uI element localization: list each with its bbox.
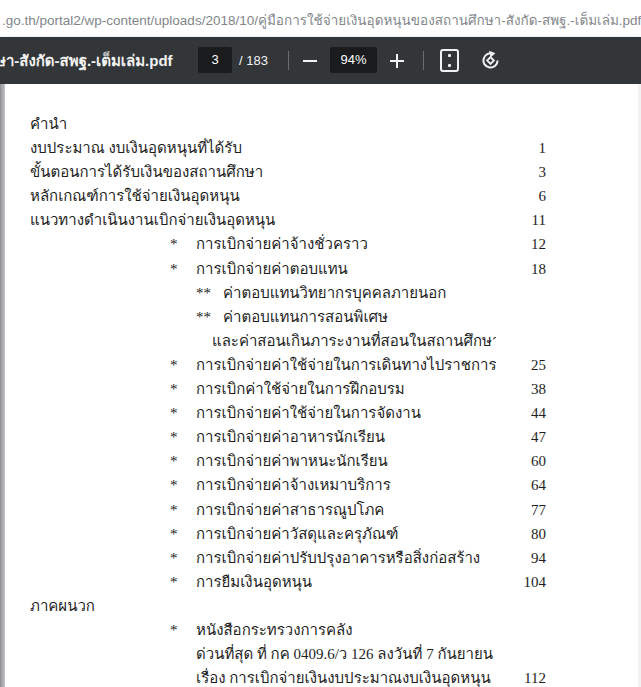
toc-label: คำนำ [30,112,496,136]
toc-bullet: ** [196,281,223,305]
toc-bullet: * [170,522,196,546]
toc-row: * หนังสือกระทรวงการคลัง [30,618,546,642]
pdf-toolbar: ษา-สังกัด-สพฐ.-เต็มเล่ม.pdf 3 / 183 94% [0,37,641,84]
toc-page-number: 1 [504,136,546,160]
fit-to-page-icon [440,49,459,72]
pdf-viewer-area[interactable]: คำนำ งบประมาณ งบเงินอุดหนุนที่ได้รับ 1 ข… [0,84,641,687]
toc-row: แนวทางดำเนินงานเบิกจ่ายเงินอุดหนุน 11 [30,208,546,232]
toc-page-number: 47 [504,425,546,449]
toc-row: ด่วนที่สุด ที่ กค 0409.6/ว 126 ลงวันที่ … [30,642,546,666]
toc-row: * การเบิกค่าใช้จ่ายในการฝึกอบรม 38 [30,377,546,401]
toc-label: การยืมเงินอุดหนุน [196,570,496,594]
toc-row: * การเบิกจ่ายค่าอาหารนักเรียน 47 [30,425,546,449]
toc-bullet: * [170,401,196,425]
toc-page-number: 3 [504,160,546,184]
toc-label: การเบิกจ่ายค่าใช้จ่ายในการจัดงาน [196,401,496,425]
toc-page-number: 11 [504,208,546,232]
toc-page-number: 112 [504,666,546,687]
toc-row: * การเบิกจ่ายค่าปรับปรุงอาคารหรือสิ่งก่อ… [30,546,546,570]
toc-page-number: 6 [504,184,546,208]
toc-bullet: * [170,546,196,570]
toc-row: * การเบิกจ่ายค่าจ้างเหมาบริการ 64 [30,473,546,497]
toc-page-number: 18 [504,257,546,281]
toc-label: และค่าสอนเกินภาระงานที่สอนในสถานศึกษา [212,329,496,353]
toc-page-number: 38 [504,377,546,401]
toc-page-number: 44 [504,401,546,425]
toc-row: * การเบิกจ่ายค่าใช้จ่ายในการเดินทางไปราช… [30,353,546,377]
toc-bullet: * [170,425,196,449]
toc-page-number: 25 [504,353,546,377]
toc-row: เรื่อง การเบิกจ่ายเงินงบประมาณงบเงินอุดห… [30,666,546,687]
rotate-counterclockwise-icon [480,50,501,71]
toc-label: การเบิกจ่ายค่าจ้างชั่วคราว [196,232,496,256]
zoom-out-button[interactable] [296,37,324,84]
toc-bullet: * [170,257,196,281]
toc-row: * การเบิกจ่ายค่าตอบแทน 18 [30,257,546,281]
toc-label: ค่าตอบแทนการสอนพิเศษ [223,305,496,329]
toc-bullet: * [170,570,196,594]
fit-to-page-button[interactable] [435,37,463,84]
toc-bullet: * [170,353,196,377]
toc-label: ด่วนที่สุด ที่ กค 0409.6/ว 126 ลงวันที่ … [196,642,496,666]
toolbar-separator [288,51,289,70]
toc-page-number: 77 [504,498,546,522]
toc-label: การเบิกจ่ายค่าตอบแทน [196,257,496,281]
toc-label: การเบิกจ่ายค่าสาธารณูปโภค [196,498,496,522]
toc-row: ** ค่าตอบแทนวิทยากรบุคคลภายนอก [30,281,546,305]
toc-page-number: 64 [504,473,546,497]
toc-page-number: 80 [504,522,546,546]
toc-page-number: 12 [504,232,546,256]
toc-row: งบประมาณ งบเงินอุดหนุนที่ได้รับ 1 [30,136,546,160]
toc-bullet: * [170,377,196,401]
rotate-button[interactable] [476,37,504,84]
toc-label: ภาคผนวก [30,594,496,618]
page-number-input[interactable]: 3 [198,47,232,73]
toc-label: การเบิกจ่ายค่าวัสดุและครุภัณฑ์ [196,522,496,546]
toc-label: การเบิกจ่ายค่าปรับปรุงอาคารหรือสิ่งก่อสร… [196,546,496,570]
toc-label: การเบิกจ่ายค่าอาหารนักเรียน [196,425,496,449]
pdf-page: คำนำ งบประมาณ งบเงินอุดหนุนที่ได้รับ 1 ข… [5,84,638,687]
page-count-label: / 183 [239,37,268,84]
toc-page-number: 104 [504,570,546,594]
url-bar[interactable]: .go.th/portal2/wp-content/uploads/2018/1… [0,0,641,30]
toc-row: และค่าสอนเกินภาระงานที่สอนในสถานศึกษา [30,329,546,353]
toc-bullet: * [170,473,196,497]
toc-row: หลักเกณฑ์การใช้จ่ายเงินอุดหนุน 6 [30,184,546,208]
toc-bullet: * [170,618,196,642]
toc-row: * การเบิกจ่ายค่าจ้างชั่วคราว 12 [30,232,546,256]
toc-bullet: * [170,449,196,473]
toc-bullet: * [170,232,196,256]
toc-row: คำนำ [30,112,546,136]
toc-row: ภาคผนวก [30,594,546,618]
toc-row: ขั้นตอนการได้รับเงินของสถานศึกษา 3 [30,160,546,184]
toc-label: การเบิกค่าใช้จ่ายในการฝึกอบรม [196,377,496,401]
toc-row: * การเบิกจ่ายค่าใช้จ่ายในการจัดงาน 44 [30,401,546,425]
toc: คำนำ งบประมาณ งบเงินอุดหนุนที่ได้รับ 1 ข… [30,112,546,687]
toc-label: ค่าตอบแทนวิทยากรบุคคลภายนอก [223,281,496,305]
toc-page-number: 60 [504,449,546,473]
toc-label: งบประมาณ งบเงินอุดหนุนที่ได้รับ [30,136,496,160]
toc-page-number: 94 [504,546,546,570]
url-text: .go.th/portal2/wp-content/uploads/2018/1… [2,9,641,31]
toc-label: แนวทางดำเนินงานเบิกจ่ายเงินอุดหนุน [30,208,496,232]
toc-label: หลักเกณฑ์การใช้จ่ายเงินอุดหนุน [30,184,496,208]
zoom-level-display: 94% [330,47,377,73]
toc-label: การเบิกจ่ายค่าจ้างเหมาบริการ [196,473,496,497]
toc-label: การเบิกจ่ายค่าพาหนะนักเรียน [196,449,496,473]
toc-row: ** ค่าตอบแทนการสอนพิเศษ [30,305,546,329]
toolbar-separator [423,51,424,70]
toc-label: ขั้นตอนการได้รับเงินของสถานศึกษา [30,160,496,184]
toc-row: * การเบิกจ่ายค่าวัสดุและครุภัณฑ์ 80 [30,522,546,546]
plus-icon [390,54,404,68]
toc-label: หนังสือกระทรวงการคลัง [196,618,496,642]
zoom-in-button[interactable] [383,37,411,84]
toc-row: * การเบิกจ่ายค่าสาธารณูปโภค 77 [30,498,546,522]
toc-label: เรื่อง การเบิกจ่ายเงินงบประมาณงบเงินอุดห… [196,666,496,687]
toc-label: การเบิกจ่ายค่าใช้จ่ายในการเดินทางไปราชกา… [196,353,496,377]
pdf-filename: ษา-สังกัด-สพฐ.-เต็มเล่ม.pdf [0,37,173,84]
toc-row: * การยืมเงินอุดหนุน 104 [30,570,546,594]
toc-row: * การเบิกจ่ายค่าพาหนะนักเรียน 60 [30,449,546,473]
toc-bullet: * [170,498,196,522]
minus-icon [303,60,317,62]
toc-bullet: ** [196,305,223,329]
